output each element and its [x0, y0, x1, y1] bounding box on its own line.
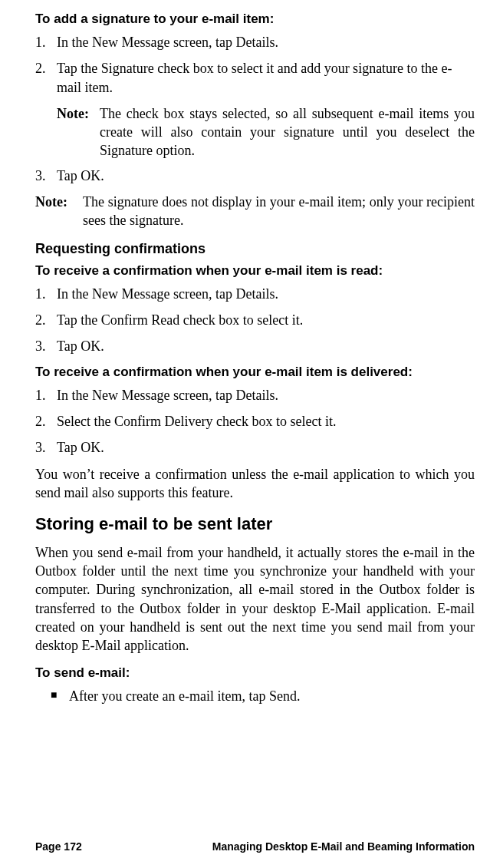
procedure-title-confirm-delivery: To receive a confirmation when your e-ma…: [35, 364, 475, 381]
step-number: 2.: [35, 59, 57, 97]
procedure-steps-confirm-delivery: 1. In the New Message screen, tap Detail…: [35, 386, 475, 457]
step-text: In the New Message screen, tap Details.: [57, 285, 475, 303]
step-text: In the New Message screen, tap Details.: [57, 33, 475, 51]
procedure-title-add-signature: To add a signature to your e-mail item:: [35, 11, 475, 28]
confirmation-support-note: You won’t receive a confirmation unless …: [35, 465, 475, 503]
note-body: The signature does not display in your e…: [83, 193, 475, 230]
note-body: The check box stays selected, so all sub…: [100, 104, 475, 160]
list-item: 1. In the New Message screen, tap Detail…: [35, 386, 475, 404]
list-item: 2. Select the Confirm Delivery check box…: [35, 412, 475, 431]
bullet-item: ■ After you create an e-mail item, tap S…: [51, 687, 475, 705]
list-item: 3. Tap OK.: [35, 167, 475, 185]
section-body-storing-email: When you send e-mail from your handheld,…: [35, 543, 475, 655]
list-item: 2. Tap the Signature check box to select…: [35, 59, 475, 97]
step-number: 3.: [35, 337, 57, 355]
note-label: Note:: [35, 193, 83, 230]
list-item: 1. In the New Message screen, tap Detail…: [35, 285, 475, 303]
outer-note: Note: The signature does not display in …: [35, 193, 475, 230]
procedure-title-confirm-read: To receive a confirmation when your e-ma…: [35, 262, 475, 280]
inner-note: Note: The check box stays selected, so a…: [57, 104, 475, 160]
section-title-storing-email: Storing e-mail to be sent later: [35, 513, 475, 536]
list-item: 2. Tap the Confirm Read check box to sel…: [35, 311, 475, 329]
note-label: Note:: [57, 104, 100, 160]
step-number: 1.: [35, 386, 57, 404]
step-text: Tap OK.: [57, 438, 475, 457]
step-number: 3.: [35, 167, 57, 185]
step-number: 1.: [35, 285, 57, 303]
step-text: Select the Confirm Delivery check box to…: [57, 412, 475, 431]
footer-chapter-title: Managing Desktop E-Mail and Beaming Info…: [212, 840, 475, 854]
square-bullet-icon: ■: [51, 687, 69, 705]
bullet-text: After you create an e-mail item, tap Sen…: [69, 687, 300, 705]
list-item: 3. Tap OK.: [35, 337, 475, 355]
step-number: 2.: [35, 311, 57, 329]
procedure-steps-confirm-read: 1. In the New Message screen, tap Detail…: [35, 285, 475, 356]
step-text: Tap the Confirm Read check box to select…: [57, 311, 475, 329]
step-text: Tap OK.: [57, 167, 475, 185]
list-item: 1. In the New Message screen, tap Detail…: [35, 33, 475, 51]
step-text: Tap the Signature check box to select it…: [57, 59, 475, 97]
procedure-steps-add-signature: 1. In the New Message screen, tap Detail…: [35, 33, 475, 97]
page-footer: Page 172 Managing Desktop E-Mail and Bea…: [35, 800, 475, 854]
page-container: To add a signature to your e-mail item: …: [0, 0, 490, 868]
procedure-steps-add-signature-cont: 3. Tap OK.: [35, 167, 475, 185]
footer-page-number: Page 172: [35, 840, 82, 854]
step-text: In the New Message screen, tap Details.: [57, 386, 475, 404]
step-number: 3.: [35, 438, 57, 457]
subsection-title-requesting-confirmations: Requesting confirmations: [35, 239, 475, 258]
list-item: 3. Tap OK.: [35, 438, 475, 457]
procedure-title-send-email: To send e-mail:: [35, 665, 475, 682]
step-text: Tap OK.: [57, 337, 475, 355]
step-number: 1.: [35, 33, 57, 51]
step-number: 2.: [35, 412, 57, 431]
